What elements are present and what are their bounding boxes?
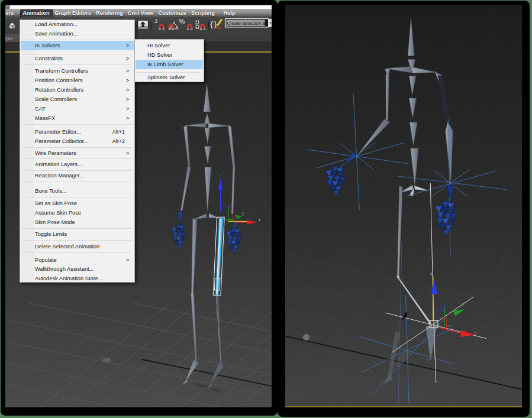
svg-text:x: x xyxy=(475,331,478,335)
svg-text:z: z xyxy=(219,174,221,178)
svg-text:y: y xyxy=(242,211,244,216)
svg-text:3: 3 xyxy=(154,18,157,24)
svg-text:{: { xyxy=(210,20,213,28)
svg-text:x: x xyxy=(259,218,261,222)
svg-text:,: , xyxy=(164,29,165,33)
svg-text:ABC: ABC xyxy=(215,27,222,30)
svg-text:Create Selection Se: Create Selection Se xyxy=(227,21,268,26)
svg-text:%: % xyxy=(179,18,185,25)
svg-text:z: z xyxy=(430,271,433,276)
svg-text:y: y xyxy=(462,302,465,306)
